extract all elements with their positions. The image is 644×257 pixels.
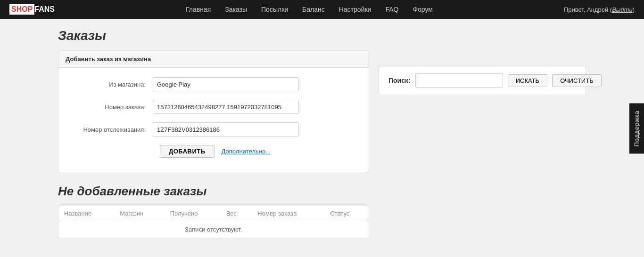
add-order-form: Из магазина: Номер заказа: Номер отслежи… xyxy=(58,68,369,172)
search-panel: Поиск: ИСКАТЬ ОЧИСТИТЬ xyxy=(379,66,586,95)
nav-parcels[interactable]: Посылки xyxy=(261,6,288,13)
col-store: Магазин xyxy=(114,206,165,221)
col-received: Получено xyxy=(165,206,221,221)
left-panel: Заказы Добавить заказ из магазина Из маг… xyxy=(58,28,369,238)
logo-shop: SHOP xyxy=(9,4,34,15)
order-number-label: Номер заказа: xyxy=(73,104,153,111)
nav-orders[interactable]: Заказы xyxy=(225,6,247,13)
add-button[interactable]: ДОБАВИТЬ xyxy=(160,145,215,158)
order-number-input[interactable] xyxy=(153,100,299,114)
greeting-text: Привет, Андрей ( xyxy=(564,6,612,13)
nav-forum[interactable]: Форум xyxy=(413,6,433,13)
form-actions: ДОБАВИТЬ Дополнительно... xyxy=(73,145,355,158)
tracking-label: Номер отслеживания: xyxy=(73,126,153,133)
greeting-end: ) xyxy=(633,6,635,13)
col-weight: Вес xyxy=(221,206,252,221)
search-label: Поиск: xyxy=(388,77,411,84)
tracking-input[interactable] xyxy=(153,122,299,137)
logout-link[interactable]: Выйти xyxy=(612,6,633,13)
nav-faq[interactable]: FAQ xyxy=(385,6,398,13)
nav-balance[interactable]: Баланс xyxy=(302,6,325,13)
main-nav: Главная Заказы Посылки Баланс Настройки … xyxy=(186,6,433,13)
main-content: Заказы Добавить заказ из магазина Из маг… xyxy=(39,19,605,248)
more-button[interactable]: Дополнительно... xyxy=(222,148,271,155)
user-info: Привет, Андрей (Выйти) xyxy=(564,6,635,13)
support-tab[interactable]: Поддержка xyxy=(629,104,644,154)
col-order-number: Номер заказа xyxy=(252,206,324,221)
order-number-row: Номер заказа: xyxy=(73,100,355,114)
table-body: Записи отсутствуют. xyxy=(58,221,369,238)
store-input[interactable] xyxy=(153,77,299,91)
empty-message: Записи отсутствуют. xyxy=(58,221,369,238)
table-empty-row: Записи отсутствуют. xyxy=(58,221,369,238)
store-label: Из магазина: xyxy=(73,81,153,88)
table-header-row: Название Магазин Получено Вес Номер зака… xyxy=(58,206,369,221)
header: SHOP FANS Главная Заказы Посылки Баланс … xyxy=(0,0,644,19)
page-title: Заказы xyxy=(58,28,369,43)
nav-settings[interactable]: Настройки xyxy=(339,6,372,13)
not-added-title: Не добавленные заказы xyxy=(58,184,369,199)
tracking-row: Номер отслеживания: xyxy=(73,122,355,137)
add-order-box: Добавить заказ из магазина Из магазина: … xyxy=(58,50,369,172)
right-panel: Поиск: ИСКАТЬ ОЧИСТИТЬ xyxy=(379,28,586,238)
col-name: Название xyxy=(58,206,115,221)
search-input[interactable] xyxy=(415,73,503,88)
orders-table: Название Магазин Получено Вес Номер зака… xyxy=(58,206,369,238)
add-order-box-title: Добавить заказ из магазина xyxy=(58,51,369,68)
table-head: Название Магазин Получено Вес Номер зака… xyxy=(58,206,369,221)
logo: SHOP FANS xyxy=(9,4,55,15)
col-status: Статус xyxy=(324,206,369,221)
search-button[interactable]: ИСКАТЬ xyxy=(508,74,547,87)
logo-fans: FANS xyxy=(34,5,55,14)
nav-home[interactable]: Главная xyxy=(186,6,211,13)
store-row: Из магазина: xyxy=(73,77,355,91)
clear-button[interactable]: ОЧИСТИТЬ xyxy=(552,74,602,87)
